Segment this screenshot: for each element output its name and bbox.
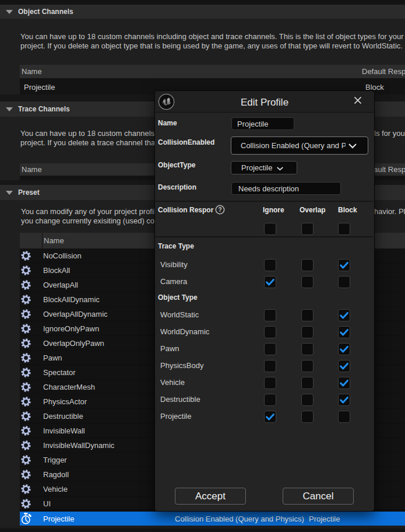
svg-text:?: ? [218,206,221,213]
